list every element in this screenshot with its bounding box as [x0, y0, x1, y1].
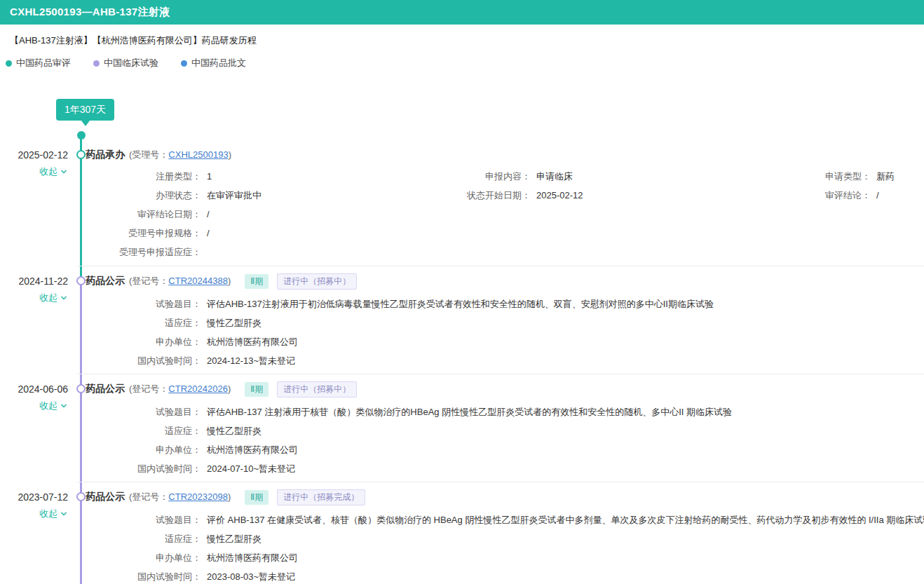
field-value: 申请临床	[536, 170, 573, 183]
entry-fields: 注册类型：1 申报内容：申请临床 申请类型：新药 办理状态：在审评审批中 状态开…	[84, 167, 924, 262]
entry-date: 2023-07-12	[0, 489, 68, 505]
field-label: 申请类型：	[754, 170, 871, 183]
id-prefix: (受理号：	[129, 149, 168, 160]
field-label: 状态开始日期：	[414, 189, 531, 202]
collapse-label: 收起	[39, 508, 57, 520]
field-label: 审评结论：	[754, 189, 871, 202]
collapse-label: 收起	[39, 165, 57, 178]
entry-type-label: 药品公示	[86, 275, 125, 287]
entry-fields: 试验题目：评价 AHB-137 在健康受试者、核苷（酸）类似物治疗的 HBeAg…	[84, 510, 924, 584]
collapse-label: 收起	[39, 292, 57, 304]
page-title: CXHL2500193—AHB-137注射液	[10, 6, 170, 19]
field-row: 受理号申报规格：/	[84, 224, 414, 243]
field-row: 审评结论日期：/	[84, 205, 414, 224]
id-suffix: )	[228, 491, 231, 502]
entry-head: 药品公示 (登记号：CTR20244388) Ⅱ期 进行中（招募中）	[86, 273, 924, 289]
field-value: 2025-02-12	[536, 190, 583, 201]
teal-dot-icon	[6, 60, 12, 67]
field-label: 办理状态：	[84, 189, 201, 202]
id-prefix: (登记号：	[129, 491, 168, 502]
collapse-button[interactable]: 收起	[0, 400, 68, 412]
legend-item-clinical-trial[interactable]: 中国临床试验	[93, 57, 158, 69]
field-label: 适应症：	[84, 533, 201, 545]
divider	[77, 482, 924, 482]
field-row: 申报内容：申请临床	[414, 167, 754, 186]
field-value: 1	[207, 171, 212, 182]
purple-dot-icon	[93, 60, 100, 67]
registration-number-link[interactable]: CTR20232098	[168, 491, 228, 502]
field-label: 审评结论日期：	[84, 208, 201, 221]
page-header: CXHL2500193—AHB-137注射液	[0, 0, 924, 25]
entry-head: 药品公示 (登记号：CTR20232098) Ⅱ期 进行中（招募完成）	[86, 489, 924, 505]
timeline-entry-trial-disclosure: 2024-11-22 收起 药品公示 (登记号：CTR20244388) Ⅱ期 …	[0, 273, 924, 370]
registration-number-link[interactable]: CTR20244388	[168, 276, 228, 286]
entry-fields: 试验题目：评估AHB-137 注射液用于核苷（酸）类似物治疗的HBeAg 阴性慢…	[84, 402, 924, 478]
field-row: 受理号申报适应症：	[84, 243, 414, 262]
entry-id: (登记号：CTR20232098)	[129, 491, 231, 503]
field-label: 适应症：	[84, 317, 201, 330]
acceptance-number-link[interactable]: CXHL2500193	[168, 149, 228, 160]
status-badge: 进行中（招募中）	[277, 381, 357, 398]
field-value: 慢性乙型肝炎	[207, 425, 261, 437]
legend-item-drug-approval[interactable]: 中国药品批文	[181, 57, 246, 69]
id-prefix: (登记号：	[129, 276, 168, 286]
id-suffix: )	[228, 276, 231, 286]
field-value: 杭州浩博医药有限公司	[207, 552, 298, 564]
timeline-start-dot	[77, 131, 86, 140]
field-label: 受理号申报规格：	[84, 227, 201, 240]
field-value: 杭州浩博医药有限公司	[207, 336, 298, 348]
field-value: 评估AHB-137注射液用于初治低病毒载量慢性乙型肝炎受试者有效性和安全性的随机…	[207, 298, 714, 311]
entry-date: 2025-02-12	[0, 147, 68, 163]
field-row: 申请类型：新药	[754, 167, 924, 186]
field-row: 试验题目：评价 AHB-137 在健康受试者、核苷（酸）类似物治疗的 HBeAg…	[84, 510, 924, 529]
timeline-entry-trial-disclosure: 2024-06-06 收起 药品公示 (登记号：CTR20242026) Ⅱ期 …	[0, 381, 924, 478]
timeline-node-icon	[76, 384, 86, 393]
field-row: 国内试验时间：2023-08-03~暂未登记	[84, 567, 924, 584]
field-label: 国内试验时间：	[84, 463, 201, 475]
field-label: 注册类型：	[84, 170, 201, 183]
field-label: 国内试验时间：	[84, 571, 201, 583]
entry-type-label: 药品公示	[86, 383, 125, 395]
field-label: 试验题目：	[84, 298, 201, 311]
field-value: 新药	[876, 170, 895, 183]
legend-item-drug-review[interactable]: 中国药品审评	[6, 57, 71, 69]
field-label: 受理号申报适应症：	[84, 246, 201, 259]
collapse-button[interactable]: 收起	[0, 508, 68, 520]
field-row: 试验题目：评估AHB-137注射液用于初治低病毒载量慢性乙型肝炎受试者有效性和安…	[84, 294, 924, 313]
page: CXHL2500193—AHB-137注射液 【AHB-137注射液】【杭州浩博…	[0, 0, 924, 584]
field-label: 适应症：	[84, 425, 201, 437]
field-row: 试验题目：评估AHB-137 注射液用于核苷（酸）类似物治疗的HBeAg 阴性慢…	[84, 402, 924, 421]
status-badge: 进行中（招募中）	[277, 273, 357, 290]
field-row: 申办单位：杭州浩博医药有限公司	[84, 440, 924, 459]
legend-label: 中国临床试验	[104, 57, 158, 69]
field-row: 状态开始日期：2025-02-12	[414, 186, 754, 205]
phase-badge: Ⅱ期	[245, 382, 269, 397]
field-label: 申办单位：	[84, 552, 201, 564]
divider	[77, 266, 924, 266]
timeline-node-icon	[76, 276, 86, 285]
field-value: 慢性乙型肝炎	[207, 533, 261, 545]
field-row: 注册类型：1	[84, 167, 414, 186]
collapse-button[interactable]: 收起	[0, 165, 68, 178]
field-label: 试验题目：	[84, 406, 201, 419]
duration-badge: 1年307天	[56, 99, 114, 121]
collapse-button[interactable]: 收起	[0, 292, 68, 304]
chevron-down-icon	[60, 168, 68, 176]
entry-id: (受理号：CXHL2500193)	[129, 149, 231, 161]
chevron-down-icon	[60, 402, 68, 410]
field-row: 适应症：慢性乙型肝炎	[84, 313, 924, 332]
entry-date: 2024-11-22	[0, 273, 68, 289]
status-badge: 进行中（招募完成）	[277, 489, 365, 505]
registration-number-link[interactable]: CTR20242026	[168, 383, 228, 394]
subtitle: 【AHB-137注射液】【杭州浩博医药有限公司】药品研发历程	[10, 34, 257, 47]
field-value: /	[207, 209, 210, 219]
timeline-entry-acceptance: 2025-02-12 收起 药品承办 (受理号：CXHL2500193) 注册类…	[0, 147, 924, 262]
field-label: 申办单位：	[84, 336, 201, 348]
field-row: 适应症：慢性乙型肝炎	[84, 421, 924, 440]
field-value: /	[876, 190, 879, 201]
entry-id: (登记号：CTR20244388)	[129, 275, 231, 287]
field-row: 审评结论：/	[754, 186, 924, 205]
entry-date: 2024-06-06	[0, 381, 68, 397]
collapse-label: 收起	[39, 400, 57, 412]
phase-badge: Ⅱ期	[245, 490, 269, 505]
